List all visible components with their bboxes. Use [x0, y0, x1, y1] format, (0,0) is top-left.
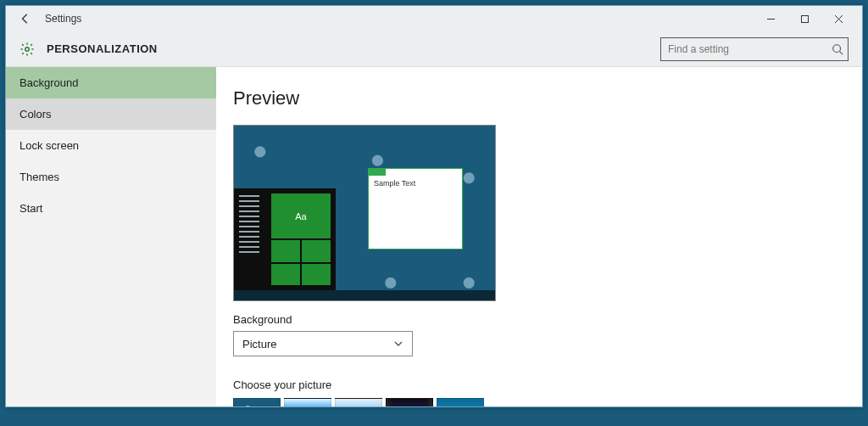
preview-sample-window-accent	[369, 169, 386, 176]
background-type-select[interactable]: Picture	[233, 331, 413, 356]
picture-thumbnails	[233, 398, 845, 406]
minimize-button[interactable]	[754, 6, 787, 31]
settings-window: Settings PERSONALIZATION	[5, 5, 863, 407]
header-row: PERSONALIZATION	[6, 31, 862, 67]
sidebar: Background Colors Lock screen Themes Sta…	[6, 67, 216, 406]
preview-start-menu: Aa	[234, 188, 336, 290]
maximize-button[interactable]	[787, 6, 821, 31]
svg-rect-0	[801, 15, 808, 22]
choose-picture-label: Choose your picture	[233, 378, 845, 391]
svg-point-1	[25, 47, 30, 51]
gear-icon	[19, 42, 35, 57]
preview-tile-sample: Aa	[271, 193, 331, 238]
search-input[interactable]	[660, 37, 849, 61]
back-button[interactable]	[13, 6, 38, 31]
arrow-left-icon	[19, 13, 31, 25]
picture-thumb-4[interactable]	[386, 398, 433, 406]
picture-thumb-3[interactable]	[335, 398, 382, 406]
body: Background Colors Lock screen Themes Sta…	[6, 67, 862, 406]
sidebar-item-lock-screen[interactable]: Lock screen	[6, 130, 216, 161]
sidebar-item-label: Background	[19, 76, 78, 89]
picture-thumb-1[interactable]	[233, 398, 281, 406]
sidebar-item-background[interactable]: Background	[6, 67, 216, 98]
background-field-label: Background	[233, 313, 845, 326]
svg-point-2	[833, 44, 841, 52]
sidebar-item-colors[interactable]: Colors	[6, 98, 216, 130]
sidebar-item-label: Colors	[19, 108, 52, 121]
titlebar: Settings	[6, 6, 862, 31]
minimize-icon	[766, 14, 776, 24]
page-title: PERSONALIZATION	[47, 42, 158, 55]
picture-thumb-2[interactable]	[284, 398, 331, 406]
chevron-down-icon	[393, 339, 403, 349]
sidebar-item-start[interactable]: Start	[6, 193, 216, 224]
preview-sample-window: Sample Text	[368, 168, 463, 249]
preview-sample-window-title: Sample Text	[369, 176, 462, 191]
search-wrap	[660, 37, 849, 61]
content-pane: Preview Aa	[216, 67, 862, 406]
sidebar-item-label: Start	[19, 202, 42, 215]
window-controls	[754, 6, 855, 31]
search-icon	[832, 43, 843, 55]
picture-thumb-5[interactable]	[437, 398, 484, 406]
preview-heading: Preview	[233, 87, 845, 109]
window-title: Settings	[45, 13, 81, 25]
close-button[interactable]	[821, 6, 855, 31]
select-value: Picture	[242, 338, 276, 350]
preview-tile-text: Aa	[295, 211, 306, 221]
sidebar-item-label: Themes	[19, 171, 59, 183]
sidebar-item-themes[interactable]: Themes	[6, 161, 216, 193]
sidebar-item-label: Lock screen	[19, 139, 79, 152]
close-icon	[834, 14, 843, 24]
maximize-icon	[800, 14, 810, 24]
preview-box: Aa Sample Text	[233, 125, 496, 301]
preview-taskbar	[234, 290, 495, 300]
